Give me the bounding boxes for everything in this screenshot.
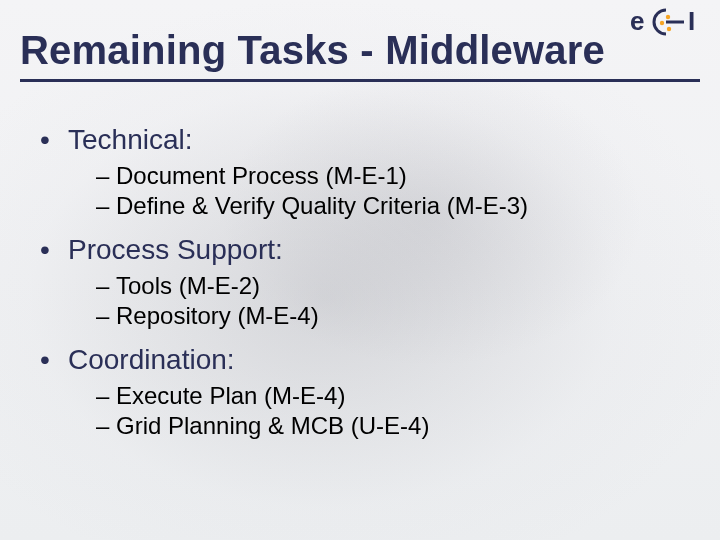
item-text: Document Process (M-E-1)	[116, 162, 407, 189]
svg-point-3	[660, 21, 664, 25]
heading-text: Coordination:	[68, 344, 235, 375]
item-text: Tools (M-E-2)	[116, 272, 260, 299]
list-item: –Execute Plan (M-E-4)	[96, 382, 690, 410]
list-item: –Define & Verify Quality Criteria (M-E-3…	[96, 192, 690, 220]
dash-icon: –	[96, 192, 116, 220]
heading-text: Process Support:	[68, 234, 283, 265]
dash-icon: –	[96, 412, 116, 440]
bullet-icon: •	[40, 344, 68, 376]
list-item: –Repository (M-E-4)	[96, 302, 690, 330]
section-heading: •Process Support:	[40, 234, 690, 266]
dash-icon: –	[96, 302, 116, 330]
list-item: –Document Process (M-E-1)	[96, 162, 690, 190]
slide: e I Remaining Tasks - Middleware •Techni…	[0, 0, 720, 540]
svg-point-2	[666, 15, 670, 19]
dash-icon: –	[96, 162, 116, 190]
section-heading: •Coordination:	[40, 344, 690, 376]
list-item: –Grid Planning & MCB (U-E-4)	[96, 412, 690, 440]
dash-icon: –	[96, 272, 116, 300]
item-text: Define & Verify Quality Criteria (M-E-3)	[116, 192, 528, 219]
item-text: Execute Plan (M-E-4)	[116, 382, 345, 409]
bullet-icon: •	[40, 124, 68, 156]
item-text: Grid Planning & MCB (U-E-4)	[116, 412, 429, 439]
slide-title: Remaining Tasks - Middleware	[20, 28, 700, 82]
item-text: Repository (M-E-4)	[116, 302, 319, 329]
slide-body: •Technical: –Document Process (M-E-1) –D…	[40, 110, 690, 442]
dash-icon: –	[96, 382, 116, 410]
list-item: –Tools (M-E-2)	[96, 272, 690, 300]
heading-text: Technical:	[68, 124, 193, 155]
section-heading: •Technical:	[40, 124, 690, 156]
bullet-icon: •	[40, 234, 68, 266]
